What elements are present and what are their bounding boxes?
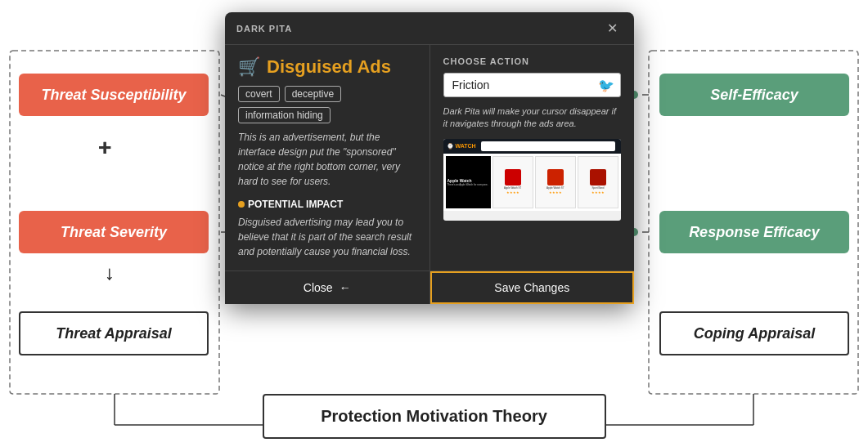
modal-right-section: CHOOSE ACTION Friction Block Highlight N… bbox=[430, 45, 635, 270]
ad-title-text: Disguised Ads bbox=[267, 56, 391, 78]
response-efficacy-box: Response Efficacy bbox=[659, 211, 849, 253]
modal-dialog: DARK PITA ✕ 🛒 Disguised Ads covert decep… bbox=[225, 12, 634, 304]
tag-row: covert deceptive information hiding bbox=[238, 86, 416, 123]
choose-action-label: CHOOSE ACTION bbox=[443, 56, 622, 66]
ad-title-row: 🛒 Disguised Ads bbox=[238, 56, 416, 78]
mock-amazon-header: ⌚ WATCH bbox=[443, 139, 622, 154]
modal-header-title: DARK PITA bbox=[236, 24, 292, 34]
cart-icon: 🛒 bbox=[238, 56, 260, 78]
potential-impact-label: POTENTIAL IMPACT bbox=[248, 199, 343, 210]
action-hint: Dark Pita will make your cursor disappea… bbox=[443, 105, 622, 131]
mock-product-1: Apple Watch S7 ★★★★ bbox=[492, 156, 533, 208]
action-select-wrapper: Friction Block Highlight None 🐦 bbox=[443, 73, 622, 97]
threat-appraisal-label: Threat Appraisal bbox=[56, 325, 171, 342]
coping-appraisal-box: Coping Appraisal bbox=[659, 311, 849, 355]
mock-product-3: Sport Band ★★★★ bbox=[578, 156, 618, 208]
mock-stars-2: ★★★★ bbox=[549, 190, 562, 194]
tag-deceptive: deceptive bbox=[285, 86, 341, 102]
mock-watch-tagline: There's an Apple Watch for everyone. bbox=[447, 183, 489, 186]
mock-stars-3: ★★★★ bbox=[591, 190, 605, 194]
response-efficacy-label: Response Efficacy bbox=[689, 224, 820, 241]
modal-description: This is an advertisement, but the interf… bbox=[238, 130, 416, 189]
mock-product-text-2: Apple Watch S7 bbox=[546, 186, 564, 190]
mock-product-text-3: Sport Band bbox=[591, 186, 604, 190]
self-efficacy-box: Self-Efficacy bbox=[659, 74, 849, 116]
save-changes-button[interactable]: Save Changes bbox=[430, 271, 635, 304]
mock-amazon-logo: ⌚ WATCH bbox=[447, 143, 476, 150]
modal-left-section: 🛒 Disguised Ads covert deceptive informa… bbox=[225, 45, 430, 270]
mock-watch-section: Apple Watch There's an Apple Watch for e… bbox=[446, 156, 491, 208]
threat-severity-label: Threat Severity bbox=[61, 224, 167, 241]
close-button[interactable]: Close ← bbox=[225, 271, 430, 304]
mock-product-2: Apple Watch S7 ★★★★ bbox=[535, 156, 576, 208]
mock-stars-1: ★★★★ bbox=[506, 190, 519, 194]
tag-covert: covert bbox=[238, 86, 280, 102]
arrow-left-icon: ← bbox=[340, 281, 351, 294]
impact-dot-icon bbox=[238, 201, 245, 208]
mock-product-img-2 bbox=[547, 169, 564, 186]
action-select[interactable]: Friction Block Highlight None bbox=[443, 73, 622, 97]
pmt-label: Protection Motivation Theory bbox=[321, 407, 547, 426]
coping-appraisal-label: Coping Appraisal bbox=[694, 325, 815, 342]
mock-product-img-1 bbox=[505, 169, 521, 186]
mock-screenshot: ⌚ WATCH Apple Watch There's an Apple Wat… bbox=[443, 139, 622, 221]
mock-search-bar bbox=[481, 141, 615, 151]
threat-severity-box: Threat Severity bbox=[19, 211, 209, 253]
modal-footer: Close ← Save Changes bbox=[225, 270, 634, 304]
impact-description: Disguised advertising may lead you to be… bbox=[238, 215, 416, 259]
modal-header: DARK PITA ✕ bbox=[225, 12, 634, 45]
threat-susceptibility-label: Threat Susceptibility bbox=[41, 87, 186, 104]
threat-appraisal-box: Threat Appraisal bbox=[19, 311, 209, 355]
potential-impact-row: POTENTIAL IMPACT bbox=[238, 199, 416, 210]
mock-products: Apple Watch S7 ★★★★ Apple Watch S7 ★★★★ … bbox=[492, 156, 619, 208]
self-efficacy-label: Self-Efficacy bbox=[710, 87, 798, 104]
pmt-box: Protection Motivation Theory bbox=[263, 394, 606, 439]
mock-main-content: Apple Watch There's an Apple Watch for e… bbox=[443, 154, 622, 211]
threat-susceptibility-box: Threat Susceptibility bbox=[19, 74, 209, 116]
mock-product-text-1: Apple Watch S7 bbox=[504, 186, 521, 190]
tag-information-hiding: information hiding bbox=[238, 107, 331, 123]
modal-close-icon-btn[interactable]: ✕ bbox=[602, 19, 623, 38]
modal-body: 🛒 Disguised Ads covert deceptive informa… bbox=[225, 45, 634, 270]
mock-product-img-3 bbox=[590, 169, 606, 186]
close-btn-label: Close bbox=[304, 281, 333, 294]
